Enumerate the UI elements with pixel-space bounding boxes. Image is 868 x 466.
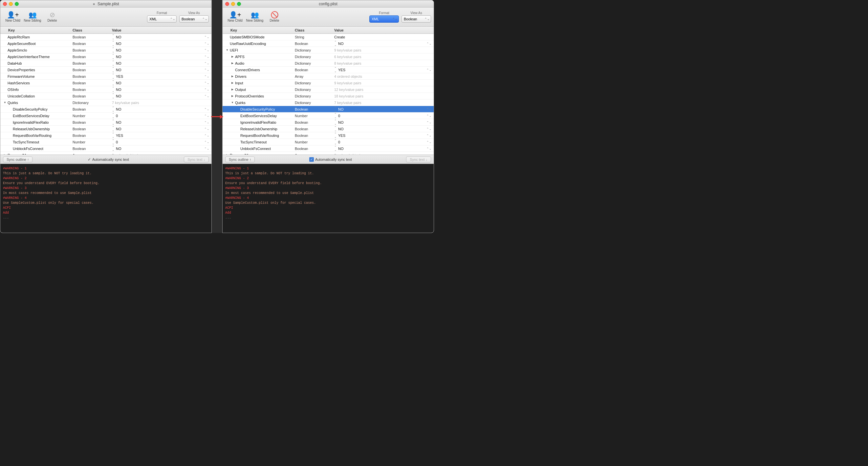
value-stepper[interactable]: ⌃⌄ (112, 113, 115, 119)
right-viewas-select[interactable]: Boolean (402, 15, 431, 23)
value-dropdown[interactable]: ⌃⌄ (204, 94, 210, 98)
table-row[interactable]: ▼QuirksDictionary7 key/value pairs (223, 99, 434, 106)
value-stepper[interactable]: ⌃⌄ (334, 139, 337, 145)
value-stepper[interactable]: ⌃⌄ (112, 87, 115, 93)
value-dropdown[interactable]: ⌃⌄ (427, 107, 432, 111)
table-row[interactable]: OSInfoBoolean⌃⌄NO⌃⌄ (0, 86, 211, 93)
value-dropdown[interactable]: ⌃⌄ (204, 127, 210, 131)
table-row[interactable]: TscSyncTimeoutNumber⌃⌄0⌃⌄ (223, 139, 434, 145)
table-row[interactable]: ▶ProtocolOverridesDictionary18 key/value… (223, 93, 434, 99)
value-dropdown[interactable]: ⌃⌄ (204, 121, 210, 124)
left-tree[interactable]: AppleRtcRamBoolean⌃⌄NO⌃⌄AppleSecureBootB… (0, 34, 211, 155)
value-dropdown[interactable]: ⌃⌄ (204, 147, 210, 150)
table-row[interactable]: IgnoreInvalidFlexRatioBoolean⌃⌄NO⌃⌄ (0, 119, 211, 126)
value-stepper[interactable]: ⌃⌄ (112, 106, 115, 112)
table-row[interactable]: DisableSecurityPolicyBoolean⌃⌄NO⌃⌄ (0, 106, 211, 113)
table-row[interactable]: HashServicesBoolean⌃⌄NO⌃⌄ (0, 80, 211, 86)
expand-button[interactable]: ▼ (230, 101, 235, 105)
value-dropdown[interactable]: ⌃⌄ (204, 88, 210, 91)
right-maximize-button[interactable] (237, 2, 241, 6)
left-xml-area[interactable]: #WARNING - 1 This is just a sample. Do N… (0, 164, 211, 233)
table-row[interactable]: FirmwareVolumeBoolean⌃⌄YES⌃⌄ (0, 73, 211, 80)
value-stepper[interactable]: ⌃⌄ (112, 34, 115, 40)
table-row[interactable]: RequestBootVarRoutingBoolean⌃⌄YES⌃⌄ (223, 132, 434, 139)
table-row[interactable]: AppleSecureBootBoolean⌃⌄NO⌃⌄ (0, 40, 211, 47)
value-stepper[interactable]: ⌃⌄ (112, 47, 115, 53)
value-stepper[interactable]: ⌃⌄ (112, 139, 115, 145)
right-minimize-button[interactable] (231, 2, 235, 6)
table-row[interactable]: AppleSmcIoBoolean⌃⌄NO⌃⌄ (0, 47, 211, 54)
value-stepper[interactable]: ⌃⌄ (334, 113, 337, 119)
value-dropdown[interactable]: ⌃⌄ (427, 42, 432, 45)
table-row[interactable]: ▶ReservedMemoryArray2 ordered objects (223, 152, 434, 155)
table-row[interactable]: RequestBootVarRoutingBoolean⌃⌄YES⌃⌄ (0, 132, 211, 139)
table-row[interactable]: TscSyncTimeoutNumber⌃⌄0⌃⌄ (0, 139, 211, 145)
table-row[interactable]: ▶AudioDictionary8 key/value pairs (223, 60, 434, 67)
value-dropdown[interactable]: ⌃⌄ (427, 147, 432, 150)
value-stepper[interactable]: ⌃⌄ (112, 54, 115, 60)
left-sync-outline-button[interactable]: Sync outline ↑ (3, 157, 32, 162)
expand-button[interactable]: ▶ (230, 61, 235, 65)
right-format-select[interactable]: XML (369, 15, 399, 23)
table-row[interactable]: UnblockFsConnectBoolean⌃⌄NO⌃⌄ (223, 145, 434, 152)
expand-button[interactable]: ▼ (3, 101, 7, 105)
right-xml-area[interactable]: #WARNING - 1 This is just a sample. Do N… (223, 164, 434, 233)
value-stepper[interactable]: ⌃⌄ (334, 120, 337, 125)
expand-button[interactable]: ▶ (230, 55, 235, 59)
value-stepper[interactable]: ⌃⌄ (112, 126, 115, 132)
expand-button[interactable]: ▼ (225, 48, 229, 52)
value-dropdown[interactable]: ⌃⌄ (204, 141, 210, 144)
value-dropdown[interactable]: ⌃⌄ (427, 68, 432, 71)
value-dropdown[interactable]: ⌃⌄ (427, 127, 432, 131)
left-new-sibling-button[interactable]: 👥 New Sibling (23, 10, 42, 24)
right-sync-text-button[interactable]: Sync text ↓ (406, 157, 431, 162)
right-delete-button[interactable]: 🚫 Delete (265, 10, 284, 24)
value-stepper[interactable]: ⌃⌄ (112, 146, 115, 152)
table-row[interactable]: ReleaseUsbOwnershipBoolean⌃⌄NO⌃⌄ (0, 126, 211, 132)
value-stepper[interactable]: ⌃⌄ (112, 60, 115, 66)
value-stepper[interactable]: ⌃⌄ (334, 41, 337, 46)
table-row[interactable]: AppleUserInterfaceThemeBoolean⌃⌄NO⌃⌄ (0, 54, 211, 60)
table-row[interactable]: ▼UEFIDictionary9 key/value pairs (223, 47, 434, 54)
value-dropdown[interactable]: ⌃⌄ (204, 107, 210, 111)
table-row[interactable]: UpdateSMBIOSModeStringCreate (223, 34, 434, 40)
value-dropdown[interactable]: ⌃⌄ (204, 42, 210, 45)
value-dropdown[interactable]: ⌃⌄ (204, 68, 210, 71)
table-row[interactable]: IgnoreInvalidFlexRatioBoolean⌃⌄NO⌃⌄ (223, 119, 434, 126)
value-dropdown[interactable]: ⌃⌄ (427, 141, 432, 144)
value-dropdown[interactable]: ⌃⌄ (427, 114, 432, 118)
value-dropdown[interactable]: ⌃⌄ (427, 121, 432, 124)
table-row[interactable]: DisableSecurityPolicyBoolean⌃⌄NO⌃⌄ (223, 106, 434, 113)
right-sync-outline-button[interactable]: Sync outline ↑ (225, 157, 255, 162)
table-row[interactable]: UnblockFsConnectBoolean⌃⌄NO⌃⌄ (0, 145, 211, 152)
value-stepper[interactable]: ⌃⌄ (334, 106, 337, 112)
right-close-button[interactable] (225, 2, 229, 6)
left-close-button[interactable] (3, 2, 7, 6)
value-stepper[interactable]: ⌃⌄ (112, 73, 115, 80)
value-dropdown[interactable]: ⌃⌄ (204, 49, 210, 52)
value-dropdown[interactable]: ⌃⌄ (204, 75, 210, 78)
table-row[interactable]: ▶DriversArray4 ordered objects (223, 73, 434, 80)
expand-button[interactable]: ▶ (230, 88, 235, 92)
right-new-sibling-button[interactable]: 👥 New Sibling (245, 10, 265, 24)
value-dropdown[interactable]: ⌃⌄ (427, 134, 432, 137)
value-stepper[interactable]: ⌃⌄ (334, 146, 337, 152)
table-row[interactable]: ▶ReservedMemoryArray2 ordered objects (0, 152, 211, 155)
left-minimize-button[interactable] (9, 2, 13, 6)
left-delete-button[interactable]: ⊘ Delete (42, 10, 62, 24)
table-row[interactable]: DataHubBoolean⌃⌄NO⌃⌄ (0, 60, 211, 67)
left-new-child-button[interactable]: 👤+ New Child (3, 10, 23, 24)
table-row[interactable]: DevicePropertiesBoolean⌃⌄NO⌃⌄ (0, 67, 211, 73)
value-stepper[interactable]: ⌃⌄ (112, 93, 115, 99)
table-row[interactable]: ▼QuirksDictionary7 key/value pairs (0, 99, 211, 106)
right-new-child-button[interactable]: 👤+ New Child (225, 10, 245, 24)
value-dropdown[interactable]: ⌃⌄ (204, 55, 210, 58)
left-maximize-button[interactable] (15, 2, 19, 6)
table-row[interactable]: AppleRtcRamBoolean⌃⌄NO⌃⌄ (0, 34, 211, 40)
table-row[interactable]: ReleaseUsbOwnershipBoolean⌃⌄NO⌃⌄ (223, 126, 434, 132)
expand-button[interactable]: ▶ (230, 94, 235, 98)
table-row[interactable]: UseRawUuidEncodingBoolean⌃⌄NO⌃⌄ (223, 40, 434, 47)
table-row[interactable]: ▶InputDictionary9 key/value pairs (223, 80, 434, 86)
value-stepper[interactable]: ⌃⌄ (112, 120, 115, 125)
value-dropdown[interactable]: ⌃⌄ (204, 114, 210, 118)
